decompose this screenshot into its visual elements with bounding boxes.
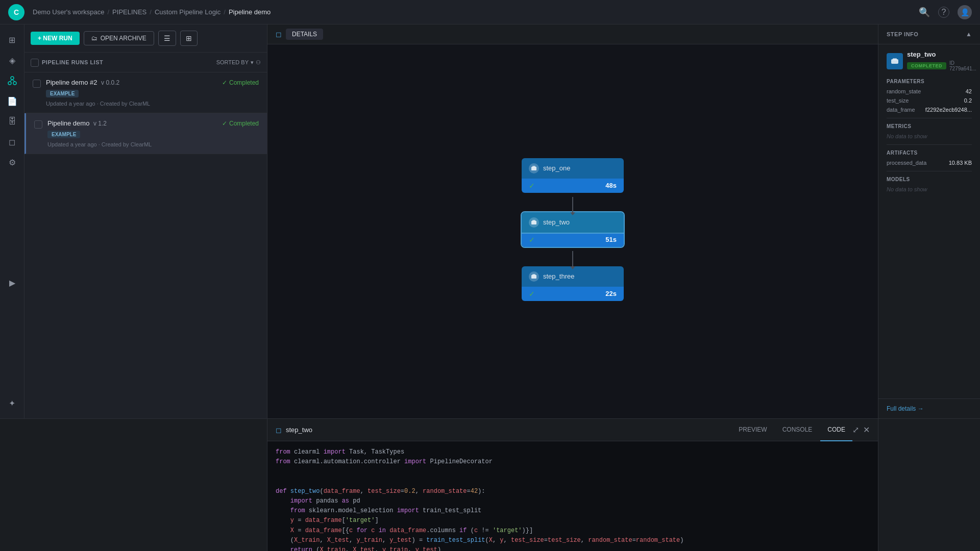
full-details-link[interactable]: Full details → (878, 398, 980, 418)
tab-console[interactable]: CONSOLE (775, 419, 820, 441)
run-name-text-1: Pipeline demo #2 (46, 79, 97, 86)
bottom-step-name: ◻ step_two (276, 426, 731, 434)
check-icon-2: ✓ (222, 120, 227, 127)
svg-point-0 (11, 77, 14, 80)
header-icons: 🔍 ? 👤 (919, 5, 972, 19)
code-line-5: def step_two(data_frame, test_size=0.2, … (276, 487, 870, 496)
pipeline-node-step-one[interactable]: step_one ✓ 48s (522, 158, 624, 193)
param-val-random-state: 42 (966, 88, 972, 94)
runs-panel: + NEW RUN 🗂 OPEN ARCHIVE ☰ ⊞ PIPELINE RU… (24, 24, 267, 418)
arrow-line-2 (572, 251, 573, 266)
header: C Demo User's workspace / PIPELINES / Cu… (0, 0, 980, 24)
parameters-title: PARAMETERS (887, 79, 972, 84)
sorted-by-label: SORTED BY (216, 59, 249, 65)
svg-rect-5 (531, 167, 536, 170)
run-status-text-1: Completed (229, 79, 259, 86)
svg-rect-10 (532, 274, 535, 276)
run-version-1: v 0.0.2 (101, 79, 119, 86)
bottom-actions: ⤢ ✕ (852, 425, 870, 435)
run-name-text-2: Pipeline demo (47, 119, 89, 127)
sidebar-item-experiments[interactable]: ◈ (3, 51, 21, 69)
run-status-1: ✓ Completed (222, 79, 259, 86)
code-line-7: from sklearn.model_selection import trai… (276, 506, 870, 516)
svg-rect-12 (893, 58, 897, 60)
run-status-2: ✓ Completed (222, 120, 259, 127)
open-archive-button[interactable]: 🗂 OPEN ARCHIVE (84, 31, 154, 45)
sorted-by[interactable]: SORTED BY ▾ ⚇ (216, 59, 261, 66)
sidebar-item-slack[interactable]: ✦ (3, 394, 21, 412)
divider-2 (887, 144, 972, 145)
help-icon[interactable]: ? (938, 7, 949, 18)
node-header-step-one: step_one (522, 158, 624, 179)
sidebar-item-models[interactable]: ◻ (3, 133, 21, 151)
step-info-body: step_two COMPLETED ID 7279a641... PARAME… (878, 44, 980, 398)
step-info-collapse-icon[interactable]: ▲ (966, 31, 972, 38)
sidebar-item-datasets[interactable]: 🗄 (3, 112, 21, 131)
tab-preview[interactable]: PREVIEW (731, 419, 774, 441)
run-checkbox-2[interactable] (34, 120, 42, 129)
svg-rect-9 (531, 275, 536, 279)
bottom-tabs: PREVIEW CONSOLE CODE (731, 419, 852, 441)
close-icon[interactable]: ✕ (863, 425, 870, 435)
id-value: 7279a641... (949, 66, 976, 71)
canvas-inner: ◻ DETAILS step_one ✓ (267, 24, 878, 418)
sidebar-item-orchestration[interactable]: ⚙ (3, 153, 21, 171)
tab-code[interactable]: CODE (820, 419, 852, 441)
breadcrumb-pipelines: PIPELINES (112, 8, 146, 16)
grid-view-button[interactable]: ⊞ (180, 31, 198, 46)
canvas-toolbar: ◻ DETAILS (267, 24, 878, 44)
node-icon-step-two (529, 217, 539, 228)
step-name-text: step_two (907, 51, 976, 58)
node-check-step-three: ✓ (529, 290, 535, 298)
sidebar-item-dashboard[interactable]: ⊞ (3, 31, 21, 49)
id-label: ID (949, 60, 954, 66)
run-content-1: Pipeline demo #2 v 0.0.2 ✓ Completed EXA… (46, 79, 259, 107)
code-line-10: (X_train, X_test, y_train, y_test) = tra… (276, 536, 870, 545)
run-item-selected[interactable]: Pipeline demo v 1.2 ✓ Completed EXAMPLE … (24, 113, 267, 154)
step-info-header: STEP INFO ▲ (878, 24, 980, 44)
run-checkbox-1[interactable] (33, 80, 41, 88)
breadcrumb-title: Pipeline demo (229, 8, 271, 16)
sidebar-item-reports[interactable]: 📄 (3, 92, 21, 110)
list-view-button[interactable]: ☰ (158, 31, 176, 46)
details-icon: ◻ (276, 30, 282, 38)
user-avatar[interactable]: 👤 (958, 5, 972, 19)
tab-preview-label: PREVIEW (739, 426, 767, 433)
param-row-data-frame: data_frame f2292e2ecb9248... (887, 107, 972, 113)
runs-toolbar: + NEW RUN 🗂 OPEN ARCHIVE ☰ ⊞ (24, 24, 267, 53)
svg-rect-6 (532, 166, 535, 167)
code-line-1: from clearml import Task, TaskTypes (276, 447, 870, 457)
new-run-button[interactable]: + NEW RUN (31, 32, 80, 45)
select-all-checkbox[interactable] (31, 59, 39, 67)
run-header-row-2: Pipeline demo v 1.2 ✓ Completed (47, 119, 259, 127)
expand-icon[interactable]: ⤢ (852, 425, 859, 435)
pipeline-node-step-two[interactable]: step_two ✓ 51s (522, 212, 624, 247)
step-info-title: STEP INFO (887, 31, 918, 37)
bottom-wrapper: ◻ step_two PREVIEW CONSOLE CODE ⤢ ✕ from (0, 418, 980, 551)
runs-title-text: PIPELINE RUNS LIST (42, 59, 103, 65)
arrow-2 (572, 251, 573, 266)
step-id: ID 7279a641... (949, 60, 976, 71)
run-meta-1: Updated a year ago · Created by ClearML (46, 101, 259, 107)
run-name-1: Pipeline demo #2 v 0.0.2 (46, 79, 119, 86)
run-item[interactable]: Pipeline demo #2 v 0.0.2 ✓ Completed EXA… (24, 72, 267, 113)
pipeline-node-step-three[interactable]: step_three ✓ 22s (522, 266, 624, 301)
node-header-step-two: step_two (522, 212, 624, 233)
node-footer-step-three: ✓ 22s (522, 287, 624, 301)
search-icon[interactable]: 🔍 (919, 7, 930, 18)
param-key-random-state: random_state (887, 88, 921, 94)
param-key-data-frame: data_frame (887, 107, 915, 113)
sidebar-item-pipelines[interactable] (3, 71, 21, 90)
bottom-step-name-text: step_two (286, 426, 312, 434)
filter-icon[interactable]: ⚇ (256, 59, 261, 66)
node-name-step-two: step_two (543, 218, 570, 226)
runs-title: PIPELINE RUNS LIST (31, 58, 103, 67)
details-tab[interactable]: DETAILS (286, 29, 323, 40)
sidebar-item-deploy[interactable]: ▶ (3, 273, 21, 292)
step-name-row: step_two COMPLETED ID 7279a641... (887, 51, 972, 71)
artifact-key: processed_data (887, 160, 926, 166)
svg-point-1 (8, 82, 11, 85)
svg-line-4 (12, 80, 15, 82)
node-check-step-one: ✓ (529, 182, 535, 190)
breadcrumb-custom: Custom Pipeline Logic (155, 8, 220, 16)
